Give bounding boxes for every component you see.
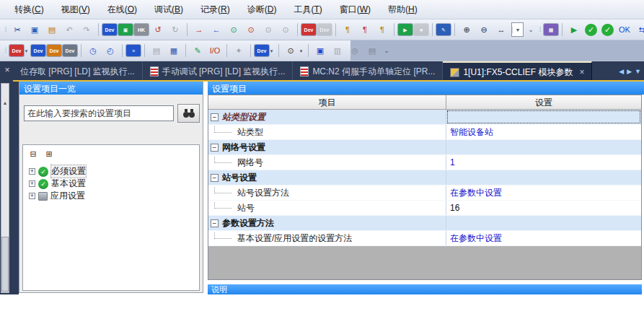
watch-register-2-icon[interactable]: ↻ bbox=[167, 22, 183, 38]
setting-value-cell[interactable] bbox=[446, 140, 641, 154]
expand-icon[interactable]: + bbox=[29, 168, 35, 175]
scroll-up-icon[interactable]: ▲ bbox=[1, 100, 9, 105]
tree-item-application-settings[interactable]: + 应用设置 bbox=[29, 190, 198, 202]
separator[interactable] bbox=[187, 23, 188, 36]
collapse-icon[interactable]: − bbox=[211, 113, 219, 121]
statement-jump-icon[interactable]: ¶ bbox=[340, 22, 356, 38]
collapse-icon[interactable]: − bbox=[211, 144, 219, 152]
device-memory-grid-icon[interactable]: Dev bbox=[31, 45, 45, 56]
window-tile-icon[interactable]: ▥ bbox=[330, 43, 345, 58]
expand-icon[interactable]: + bbox=[29, 180, 35, 187]
monitor-window-icon[interactable]: ▣ bbox=[118, 24, 133, 35]
monitor-stop-icon[interactable]: ■ bbox=[414, 24, 428, 35]
clipped-edge-icon[interactable]: ⇆ bbox=[634, 22, 644, 38]
device-grid-orange-icon[interactable]: Dev bbox=[47, 45, 61, 56]
separator[interactable] bbox=[226, 44, 227, 57]
dropdown-arrow-icon[interactable]: ▾ bbox=[298, 43, 304, 58]
separator[interactable] bbox=[278, 44, 279, 57]
statement-editor-icon[interactable]: ✎ bbox=[190, 43, 206, 58]
menu-help[interactable]: 帮助(H) bbox=[381, 1, 425, 18]
program-list-icon[interactable]: ≡ bbox=[126, 45, 141, 56]
row-station-type[interactable]: 站类型 智能设备站 bbox=[208, 125, 641, 140]
separator[interactable] bbox=[250, 44, 251, 57]
zoom-tool-icon[interactable]: ⊙ bbox=[283, 43, 299, 58]
collapse-icon[interactable]: − bbox=[211, 219, 219, 227]
find-back-icon[interactable]: ⊙ bbox=[243, 22, 259, 38]
statement-insert-icon[interactable]: ¶ bbox=[357, 22, 373, 38]
cut-icon[interactable]: ✂ bbox=[9, 22, 25, 38]
scroll-tabs-left-icon[interactable]: ◀ bbox=[619, 68, 624, 75]
row-station-no-method[interactable]: 站号设置方法 在参数中设置 bbox=[208, 185, 641, 201]
undo-icon[interactable]: ↶ bbox=[61, 22, 77, 38]
convert-all-icon[interactable]: ✓ bbox=[601, 24, 614, 36]
separator[interactable] bbox=[185, 44, 186, 57]
collapse-icon[interactable]: − bbox=[211, 174, 219, 182]
row-basic-app-method[interactable]: 基本设置/应用设置的设置方法 在参数中设置 bbox=[208, 231, 641, 246]
row-network-no[interactable]: 网络号 1 bbox=[208, 155, 641, 170]
menu-diagnostics[interactable]: 诊断(D) bbox=[240, 1, 284, 18]
menu-debug[interactable]: 调试(B) bbox=[147, 1, 190, 18]
separator[interactable] bbox=[308, 44, 309, 57]
paste-icon[interactable]: ▤ bbox=[44, 22, 60, 38]
setting-value-cell[interactable]: 在参数中设置 bbox=[446, 231, 641, 245]
device-comment-icon[interactable]: Dev bbox=[9, 45, 24, 56]
dropdown-arrow-icon[interactable]: ▾ bbox=[268, 43, 275, 58]
module-configuration-icon[interactable]: ▦ bbox=[544, 24, 558, 35]
separator[interactable] bbox=[144, 44, 145, 57]
toolbar-overflow[interactable]: ⌄ bbox=[381, 43, 392, 58]
device-display-format-icon[interactable]: Dev bbox=[255, 45, 269, 56]
setting-value-cell[interactable]: 16 bbox=[446, 201, 641, 215]
toolbar-grip[interactable]: ⁞ bbox=[537, 22, 542, 38]
zoom-in-icon[interactable]: ⊕ bbox=[459, 22, 475, 38]
expand-all-icon[interactable]: ⊞ bbox=[43, 149, 55, 160]
read-from-plc-icon[interactable]: ← bbox=[208, 22, 224, 38]
row-param-method-group[interactable]: − 参数设置方法 bbox=[208, 216, 641, 231]
row-station-no[interactable]: 站号 16 bbox=[208, 201, 641, 216]
watch-gauge-icon[interactable]: ◴ bbox=[102, 43, 118, 58]
simulation-start-icon[interactable]: ▶ bbox=[566, 22, 582, 38]
menu-window[interactable]: 窗口(W) bbox=[332, 1, 378, 18]
separator[interactable] bbox=[335, 23, 336, 36]
device-grid-gray-icon[interactable]: Dev bbox=[63, 45, 77, 56]
separator[interactable] bbox=[394, 23, 394, 36]
separator[interactable] bbox=[297, 23, 298, 36]
monitor-write-icon[interactable]: ✎ bbox=[436, 24, 451, 35]
collapse-all-icon[interactable]: ⊟ bbox=[27, 149, 39, 160]
find-forward-icon[interactable]: ⊙ bbox=[226, 22, 242, 38]
find-window-icon[interactable]: ▣ bbox=[312, 43, 328, 58]
write-to-plc-icon[interactable]: → bbox=[191, 22, 207, 38]
separator[interactable] bbox=[98, 23, 99, 36]
device-assignment-icon[interactable]: ✦ bbox=[231, 43, 247, 58]
device-display-icon[interactable]: Dev bbox=[102, 24, 117, 35]
row-station-no-group[interactable]: − 站号设置 bbox=[208, 170, 641, 185]
parameter-edit-icon[interactable]: ▦ bbox=[166, 43, 182, 58]
toolbar-overflow[interactable]: ⌄ bbox=[526, 22, 536, 38]
window-list-icon[interactable]: ▼ bbox=[635, 68, 641, 75]
separator[interactable] bbox=[122, 44, 123, 57]
tab-manual-debug[interactable]: 手动调试 [PRG] [LD] 监视执行... bbox=[143, 61, 294, 82]
setting-value-cell[interactable]: 在参数中设置 bbox=[446, 185, 641, 200]
menu-view[interactable]: 视图(V) bbox=[54, 1, 97, 18]
scrollbar-thumb[interactable] bbox=[1, 237, 9, 292]
tab-fx5-cclief-params[interactable]: 1[U1]:FX5-CCLIEF 模块参数 × bbox=[443, 61, 592, 82]
scan-time-icon[interactable]: ◷ bbox=[85, 43, 101, 58]
tree-item-basic-settings[interactable]: + ✓ 基本设置 bbox=[29, 178, 198, 190]
menu-online[interactable]: 在线(O) bbox=[100, 1, 144, 18]
menu-convert[interactable]: 转换(C) bbox=[7, 1, 51, 18]
menu-recording[interactable]: 记录(R) bbox=[193, 1, 237, 18]
find-back-2-icon[interactable]: ⊙ bbox=[278, 22, 294, 38]
cross-reference-icon[interactable]: I/O bbox=[207, 43, 223, 58]
device-batch-monitor-icon[interactable]: HK bbox=[134, 24, 149, 35]
fit-zoom-icon[interactable]: ↔ bbox=[493, 22, 509, 38]
toolbar-combobox[interactable]: ▾ bbox=[511, 22, 524, 37]
result-list-icon[interactable]: ▤ bbox=[364, 43, 380, 58]
scroll-tabs-right-icon[interactable]: ▶ bbox=[627, 68, 632, 75]
redo-icon[interactable]: ↷ bbox=[79, 22, 94, 38]
expand-icon[interactable]: + bbox=[29, 193, 35, 199]
tab-mc-n2-servo[interactable]: MC:N2 伺服手动单轴定位 [PR... bbox=[293, 61, 443, 82]
tree-item-required-settings[interactable]: + ✓ 必须设置 bbox=[29, 165, 198, 178]
convert-icon[interactable]: ✓ bbox=[585, 24, 597, 36]
separator[interactable] bbox=[81, 44, 81, 57]
menu-tools[interactable]: 工具(T) bbox=[286, 1, 329, 18]
device-memory-icon[interactable]: Dev bbox=[301, 24, 316, 35]
